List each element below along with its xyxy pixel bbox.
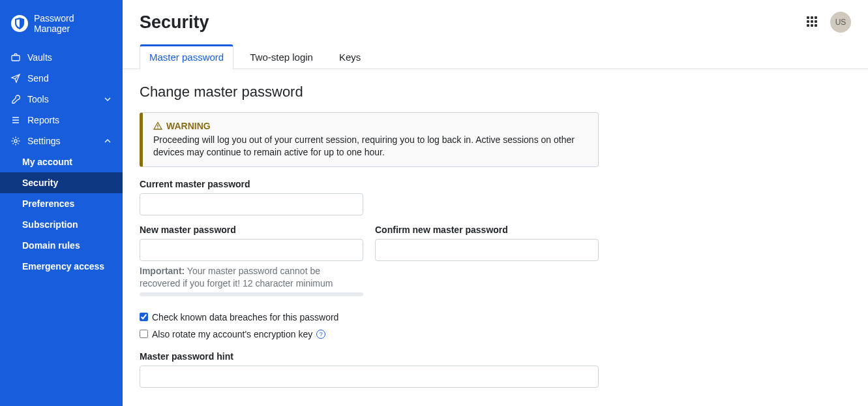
sidebar-item-security[interactable]: Security	[0, 172, 123, 193]
page-header: Security US	[140, 12, 851, 33]
sidebar-item-domain-rules[interactable]: Domain rules	[0, 235, 123, 256]
avatar[interactable]: US	[830, 12, 851, 33]
svg-rect-1	[12, 55, 20, 61]
sidebar-item-my-account[interactable]: My account	[0, 151, 123, 172]
brand[interactable]: Password Manager	[0, 9, 123, 47]
brand-label: Password Manager	[34, 13, 112, 34]
section-title: Change master password	[140, 84, 851, 101]
current-password-label: Current master password	[140, 179, 363, 189]
current-password-group: Current master password	[140, 179, 363, 215]
tab-two-step-login[interactable]: Two-step login	[240, 44, 323, 69]
apps-grid-icon[interactable]	[807, 16, 818, 28]
sidebar-item-emergency-access[interactable]: Emergency access	[0, 256, 123, 277]
confirm-password-group: Confirm new master password	[375, 225, 599, 296]
sidebar-item-label: Send	[27, 73, 49, 84]
important-prefix: Important:	[140, 266, 185, 276]
page-title: Security	[140, 12, 209, 33]
sidebar-item-label: Settings	[27, 136, 61, 146]
warning-body: Proceeding will log you out of your curr…	[153, 134, 588, 159]
confirm-password-input[interactable]	[375, 239, 599, 261]
shield-logo-icon	[10, 14, 29, 33]
info-circle-icon[interactable]: ?	[316, 330, 325, 339]
hint-group: Master password hint	[140, 351, 599, 388]
gear-icon	[10, 136, 21, 146]
new-password-group: New master password Important: Your mast…	[140, 225, 363, 296]
sidebar: Password Manager Vaults Send Tools	[0, 0, 123, 406]
confirm-password-label: Confirm new master password	[375, 225, 599, 235]
main-content: Security US Master password Two-step log…	[123, 0, 868, 406]
sidebar-item-subscription[interactable]: Subscription	[0, 214, 123, 235]
briefcase-icon	[10, 52, 21, 63]
hint-input[interactable]	[140, 366, 599, 388]
sidebar-item-send[interactable]: Send	[0, 68, 123, 89]
rotate-key-checkbox[interactable]	[140, 330, 148, 338]
breach-check-row: Check known data breaches for this passw…	[140, 312, 851, 322]
list-icon	[10, 115, 21, 125]
sidebar-item-settings[interactable]: Settings	[0, 131, 123, 151]
warning-triangle-icon	[153, 121, 162, 131]
sidebar-item-label: Tools	[27, 94, 49, 104]
new-password-input[interactable]	[140, 239, 363, 261]
current-password-input[interactable]	[140, 193, 363, 215]
warning-label: WARNING	[166, 121, 211, 131]
rotate-key-row: Also rotate my account's encryption key …	[140, 329, 851, 339]
sidebar-item-preferences[interactable]: Preferences	[0, 193, 123, 214]
header-actions: US	[807, 12, 851, 33]
sidebar-item-reports[interactable]: Reports	[0, 110, 123, 131]
sidebar-item-tools[interactable]: Tools	[0, 89, 123, 110]
sidebar-item-label: Reports	[27, 115, 59, 125]
password-strength-meter	[140, 292, 363, 296]
important-hint: Important: Your master password cannot b…	[140, 265, 363, 290]
svg-point-2	[14, 140, 17, 142]
sidebar-item-label: Vaults	[27, 52, 52, 63]
sidebar-item-vaults[interactable]: Vaults	[0, 47, 123, 68]
chevron-down-icon	[103, 95, 112, 104]
rotate-key-label: Also rotate my account's encryption key	[152, 329, 312, 339]
chevron-up-icon	[103, 136, 112, 146]
warning-header: WARNING	[153, 121, 588, 131]
tab-bar: Master password Two-step login Keys	[123, 44, 868, 69]
breach-check-label: Check known data breaches for this passw…	[152, 312, 338, 322]
tab-keys[interactable]: Keys	[329, 44, 370, 69]
breach-check-checkbox[interactable]	[140, 313, 148, 321]
paper-plane-icon	[10, 73, 21, 84]
warning-callout: WARNING Proceeding will log you out of y…	[140, 112, 599, 167]
new-password-label: New master password	[140, 225, 363, 235]
tab-master-password[interactable]: Master password	[140, 44, 233, 69]
hint-label: Master password hint	[140, 351, 599, 362]
svg-point-3	[157, 128, 158, 129]
wrench-icon	[10, 94, 21, 104]
